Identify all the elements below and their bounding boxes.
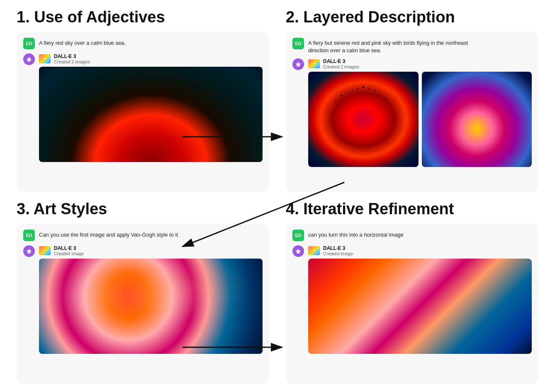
section-2-dalle-avatar: [292, 58, 304, 70]
section-4-dalle-row: ✦ DALL·E 3 Created image: [292, 245, 532, 354]
section-4-user-avatar: ED: [292, 230, 304, 241]
section-3-dalle-logo: ✦: [39, 246, 51, 255]
section-1-dalle-content: ✦ DALL·E 3 Created 2 images: [39, 53, 263, 162]
section-3-user-msg: Can you use the first image and apply Va…: [39, 230, 178, 239]
section-3-title: 3. Art Styles: [17, 200, 269, 218]
section-4-user-row: ED can you turn this into a horizontal i…: [292, 230, 532, 241]
section-4-title: 4. Iterative Refinement: [286, 200, 538, 218]
section-2-dalle-meta: DALL·E 3 Created 2 images: [323, 58, 359, 69]
section-1-user-msg: A fiery red sky over a calm blue sea.: [39, 38, 126, 47]
section-1-dalle-sub: Created 2 images: [54, 59, 90, 64]
section-2-dalle-content: ✦ DALL·E 3 Created 2 images: [308, 58, 532, 167]
section-1-dalle-header: ✦ DALL·E 3 Created 2 images: [39, 53, 263, 64]
section-4-chat: ED can you turn this into a horizontal i…: [286, 224, 538, 384]
section-2-user-row: ED A fiery but serene red and pink sky w…: [292, 38, 532, 54]
section-2-chat: ED A fiery but serene red and pink sky w…: [286, 32, 538, 192]
section-4-images: [308, 259, 532, 354]
section-3-images: [39, 259, 263, 354]
section-4-dalle-avatar: [292, 245, 304, 257]
section-1-title: 1. Use of Adjectives: [17, 8, 269, 26]
section-4-dalle-name: DALL·E 3: [323, 245, 353, 251]
section-1-dalle-meta: DALL·E 3 Created 2 images: [54, 53, 90, 64]
section-1-image-1: [39, 67, 263, 162]
section-1-dalle-name: DALL·E 3: [54, 53, 90, 59]
section-2-image-2: [422, 72, 532, 167]
main-grid: 1. Use of Adjectives ED A fiery red sky …: [0, 0, 555, 392]
section-1-user-avatar: ED: [23, 38, 35, 49]
section-2-dalle-row: ✦ DALL·E 3 Created 2 images: [292, 58, 532, 167]
section-3-dalle-content: ✦ DALL·E 3 Created image: [39, 245, 263, 354]
section-3-dalle-header: ✦ DALL·E 3 Created image: [39, 245, 263, 256]
section-3-dalle-sub: Created image: [54, 251, 84, 256]
section-4-dalle-header: ✦ DALL·E 3 Created image: [308, 245, 532, 256]
section-3-dalle-name: DALL·E 3: [54, 245, 84, 251]
section-3-image-1: [39, 259, 263, 354]
section-2-dalle-logo: ✦: [308, 59, 320, 68]
section-1-dalle-avatar: [23, 53, 35, 65]
section-2-dalle-header: ✦ DALL·E 3 Created 2 images: [308, 58, 532, 69]
section-2: 2. Layered Description ED A fiery but se…: [278, 4, 547, 196]
section-4-image-1: [308, 259, 532, 354]
section-1-dalle-logo: ✦: [39, 54, 51, 63]
section-2-title: 2. Layered Description: [286, 8, 538, 26]
section-1-dalle-row: ✦ DALL·E 3 Created 2 images: [23, 53, 263, 162]
section-3: 3. Art Styles ED Can you use the first i…: [8, 196, 278, 388]
section-1-chat: ED A fiery red sky over a calm blue sea.…: [17, 32, 269, 192]
section-1-user-row: ED A fiery red sky over a calm blue sea.: [23, 38, 263, 49]
section-1-images: [39, 67, 263, 162]
section-2-image-1: [308, 72, 419, 167]
section-4-user-msg: can you turn this into a horizontal imag…: [308, 230, 404, 239]
section-2-user-avatar: ED: [292, 38, 304, 49]
section-3-dalle-meta: DALL·E 3 Created image: [54, 245, 84, 256]
section-2-user-msg: A fiery but serene red and pink sky with…: [308, 38, 482, 54]
section-3-dalle-row: ✦ DALL·E 3 Created image: [23, 245, 263, 354]
section-4-dalle-content: ✦ DALL·E 3 Created image: [308, 245, 532, 354]
section-4-dalle-sub: Created image: [323, 251, 353, 256]
section-3-dalle-avatar: [23, 245, 35, 257]
section-2-images: [308, 72, 532, 167]
section-4: 4. Iterative Refinement ED can you turn …: [278, 196, 547, 388]
section-4-dalle-logo: ✦: [308, 246, 320, 255]
section-3-chat: ED Can you use the first image and apply…: [17, 224, 269, 384]
section-2-dalle-name: DALL·E 3: [323, 58, 359, 64]
section-2-dalle-sub: Created 2 images: [323, 64, 359, 69]
section-1: 1. Use of Adjectives ED A fiery red sky …: [8, 4, 278, 196]
section-3-user-row: ED Can you use the first image and apply…: [23, 230, 263, 241]
section-4-dalle-meta: DALL·E 3 Created image: [323, 245, 353, 256]
section-3-user-avatar: ED: [23, 230, 35, 241]
